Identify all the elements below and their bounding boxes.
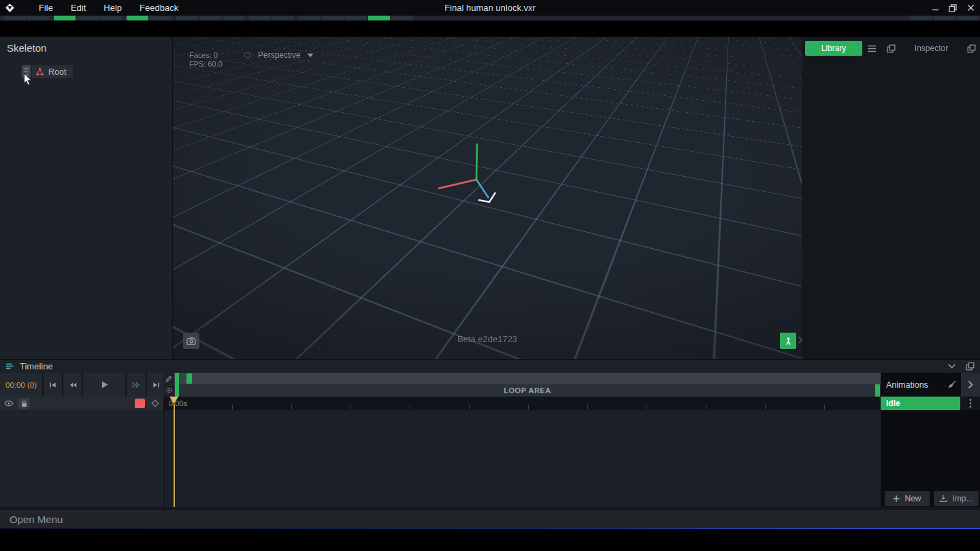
viewport-3d[interactable]: Faces: 0 FPS: 60.0 Perspective Beta e2de… xyxy=(173,37,802,359)
import-animation-button[interactable]: Imp... xyxy=(934,491,979,506)
faces-counter: Faces: 0 xyxy=(189,51,223,60)
pencil-icon[interactable] xyxy=(163,373,174,384)
inspector-tab[interactable]: Inspector xyxy=(881,41,980,56)
keyframe-marker[interactable] xyxy=(186,373,192,384)
track-list-area xyxy=(0,410,163,507)
ruler-ticks xyxy=(174,405,881,410)
library-tab-button[interactable]: Library xyxy=(805,41,862,56)
collapse-animations-chevron-icon[interactable] xyxy=(961,373,980,397)
build-version-label: Beta e2de1723 xyxy=(173,334,802,344)
menu-bar: File Edit Help Feedback xyxy=(30,0,187,16)
skeleton-panel: Skeleton Root xyxy=(0,37,173,359)
animation-clip-selected[interactable]: Idle xyxy=(881,397,960,410)
mouse-cursor xyxy=(23,72,33,86)
chevron-down-icon xyxy=(307,53,314,58)
timeline-tracks-area[interactable] xyxy=(163,410,881,507)
timeline-tracks-icon xyxy=(5,362,14,371)
pop-out-icon[interactable] xyxy=(967,44,976,53)
title-bar: File Edit Help Feedback Final human unlo… xyxy=(0,0,980,16)
track-options-row xyxy=(0,397,163,410)
playhead-handle[interactable] xyxy=(169,397,178,404)
app-window: File Edit Help Feedback Final human unlo… xyxy=(0,0,980,551)
loop-area-label: LOOP AREA xyxy=(504,386,551,395)
right-panel: Library Inspector xyxy=(802,37,980,359)
timeline-header: Timeline xyxy=(0,359,980,373)
library-menu-icon[interactable] xyxy=(864,41,879,56)
timeline-title: Timeline xyxy=(20,361,53,371)
keyframe-marker-strip[interactable] xyxy=(174,373,881,384)
loop-start-marker[interactable] xyxy=(175,373,179,384)
add-keyframe-diamond-icon[interactable] xyxy=(150,399,160,408)
restore-button[interactable] xyxy=(946,0,960,16)
new-animation-button[interactable]: New xyxy=(885,491,930,506)
fps-counter: FPS: 60.0 xyxy=(189,60,223,69)
import-animation-label: Imp... xyxy=(952,494,973,503)
animation-clip-label: Idle xyxy=(886,399,900,408)
collapse-panel-chevron-icon[interactable] xyxy=(947,363,956,369)
animations-title: Animations xyxy=(886,380,928,390)
loop-area-bar[interactable]: LOOP AREA xyxy=(174,384,881,397)
minimize-button[interactable] xyxy=(928,0,942,16)
marker-tools-column xyxy=(163,373,174,397)
bone-joint-icon xyxy=(35,67,44,76)
animations-panel: Animations Idle New Imp... xyxy=(881,373,980,507)
open-menu-label: Open Menu xyxy=(10,514,63,525)
skeleton-node-root[interactable]: Root xyxy=(32,65,73,78)
timeline-ruler[interactable]: 0:00s xyxy=(163,397,881,410)
pop-out-icon[interactable] xyxy=(887,44,896,53)
play-button[interactable] xyxy=(83,373,125,397)
eye-icon[interactable] xyxy=(163,384,174,397)
animation-clip-row[interactable]: Idle xyxy=(881,397,980,410)
menu-feedback[interactable]: Feedback xyxy=(131,0,187,16)
playhead-line[interactable] xyxy=(174,404,175,507)
menu-help[interactable]: Help xyxy=(95,0,131,16)
status-bar[interactable]: Open Menu xyxy=(0,510,980,528)
taskbar-accent-line xyxy=(0,528,980,529)
camera-mode-dropdown[interactable]: Perspective xyxy=(244,48,314,62)
track-color-swatch[interactable] xyxy=(135,399,145,408)
transport-controls: 00:00 (0) xyxy=(0,373,163,397)
skip-end-button[interactable] xyxy=(147,373,165,397)
skeleton-node-label: Root xyxy=(48,67,66,77)
plus-icon xyxy=(893,495,900,502)
rewind-button[interactable] xyxy=(63,373,82,397)
download-icon xyxy=(939,495,947,503)
pop-out-icon[interactable] xyxy=(966,362,975,371)
menu-file[interactable]: File xyxy=(30,0,62,16)
app-logo-icon xyxy=(5,3,15,13)
lock-icon[interactable] xyxy=(18,398,30,409)
menu-edit[interactable]: Edit xyxy=(62,0,95,16)
close-button[interactable] xyxy=(964,0,977,16)
loop-start-handle[interactable] xyxy=(175,384,179,397)
fast-forward-button[interactable] xyxy=(127,373,146,397)
skip-start-button[interactable] xyxy=(44,373,62,397)
viewport-stats: Faces: 0 FPS: 60.0 xyxy=(189,51,223,69)
new-animation-label: New xyxy=(904,494,921,503)
timecode-display: 00:00 (0) xyxy=(0,373,42,397)
visibility-eye-icon[interactable] xyxy=(4,400,14,407)
loop-end-handle[interactable] xyxy=(875,384,880,397)
axis-gizmo xyxy=(173,37,802,359)
broom-icon[interactable] xyxy=(947,380,957,390)
inspector-tab-label: Inspector xyxy=(896,44,967,53)
clip-options-dots-icon[interactable] xyxy=(960,397,980,410)
pose-mode-button[interactable] xyxy=(780,333,796,349)
skeleton-panel-title: Skeleton xyxy=(7,42,46,54)
camera-mode-icon xyxy=(244,51,252,59)
camera-mode-label: Perspective xyxy=(258,50,301,60)
